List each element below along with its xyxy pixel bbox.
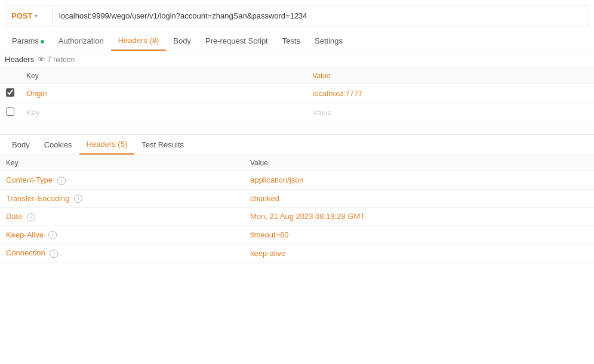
tab-response-test-results[interactable]: Test Results xyxy=(134,135,191,154)
row-checkbox[interactable] xyxy=(6,88,14,97)
info-icon: i xyxy=(50,249,58,258)
response-tabs: Body Cookies Headers (5) Test Results xyxy=(0,135,594,155)
resp-key-col-header: Key xyxy=(0,155,244,171)
chevron-down-icon: ▾ xyxy=(35,13,38,19)
resp-key-cell: Date i xyxy=(0,208,244,226)
method-label: POST xyxy=(11,11,32,20)
method-selector[interactable]: POST ▾ xyxy=(5,5,53,26)
key-col-header: Key xyxy=(20,68,307,84)
key-cell[interactable]: Key xyxy=(20,103,307,122)
request-headers-table: Key Value Origin localhost:7777 Key Valu… xyxy=(0,67,594,122)
key-cell: Origin xyxy=(20,84,307,103)
resp-value-cell: application/json xyxy=(244,171,594,190)
resp-key-cell: Keep-Alive i xyxy=(0,226,244,244)
table-row: Key Value xyxy=(0,103,594,122)
headers-section-title: Headers xyxy=(5,55,34,64)
resp-key-cell: Content-Type i xyxy=(0,171,244,190)
info-icon: i xyxy=(27,213,35,221)
tab-response-headers[interactable]: Headers (5) xyxy=(79,135,135,155)
url-input[interactable] xyxy=(53,11,589,20)
resp-key-cell: Connection i xyxy=(0,244,244,263)
tab-headers[interactable]: Headers (8) xyxy=(111,31,167,51)
tab-tests[interactable]: Tests xyxy=(275,32,307,50)
info-icon: i xyxy=(57,177,66,185)
checkbox-col-header xyxy=(0,68,20,84)
response-headers-table: Key Value Content-Type i application/jso… xyxy=(0,155,594,263)
headers-section-header: Headers 👁 7 hidden xyxy=(0,51,594,67)
tab-response-body[interactable]: Body xyxy=(5,135,37,154)
table-row: Content-Type i application/json xyxy=(0,171,594,190)
tab-authorization[interactable]: Authorization xyxy=(51,32,111,50)
resp-value-cell: timeout=60 xyxy=(244,226,594,244)
tab-settings[interactable]: Settings xyxy=(307,32,350,50)
row-checkbox[interactable] xyxy=(6,107,14,116)
eye-icon: 👁 xyxy=(38,55,45,64)
table-row: Connection i keep-alive xyxy=(0,244,594,263)
tab-params[interactable]: Params xyxy=(5,32,51,50)
info-icon: i xyxy=(48,231,57,239)
value-cell: localhost:7777 xyxy=(307,84,595,103)
checkbox-cell[interactable] xyxy=(0,84,20,103)
table-row: Date i Mon, 21 Aug 2023 08:19:28 GMT xyxy=(0,208,594,226)
request-tabs: Params Authorization Headers (8) Body Pr… xyxy=(0,31,594,51)
tab-prerequest[interactable]: Pre-request Script xyxy=(198,32,275,50)
table-row: Keep-Alive i timeout=60 xyxy=(0,226,594,244)
value-cell[interactable]: Value xyxy=(307,103,595,122)
resp-value-col-header: Value xyxy=(244,155,594,171)
tab-body[interactable]: Body xyxy=(166,32,198,50)
url-bar: POST ▾ xyxy=(5,5,589,26)
value-col-header: Value xyxy=(307,68,595,84)
resp-value-cell: Mon, 21 Aug 2023 08:19:28 GMT xyxy=(244,208,594,226)
resp-value-cell: chunked xyxy=(244,189,594,208)
table-row: Transfer-Encoding i chunked xyxy=(0,189,594,208)
checkbox-cell[interactable] xyxy=(0,103,20,122)
tab-response-cookies[interactable]: Cookies xyxy=(37,135,79,154)
info-icon: i xyxy=(74,195,82,203)
table-row: Origin localhost:7777 xyxy=(0,84,594,103)
resp-value-cell: keep-alive xyxy=(244,244,594,263)
hidden-badge: 👁 7 hidden xyxy=(38,55,75,64)
resp-key-cell: Transfer-Encoding i xyxy=(0,189,244,208)
